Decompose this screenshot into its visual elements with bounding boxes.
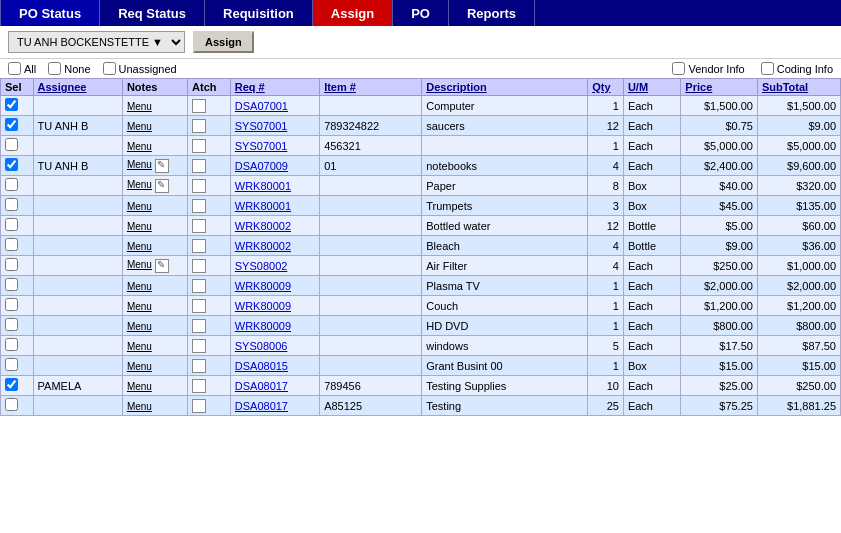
coding-info-checkbox[interactable] [761, 62, 774, 75]
attach-icon[interactable] [192, 299, 206, 313]
menu-link[interactable]: Menu [127, 301, 152, 312]
col-header-desc[interactable]: Description [422, 79, 588, 96]
col-header-atch: Atch [188, 79, 231, 96]
cell-subtotal: $9,600.00 [757, 156, 840, 176]
row-select-checkbox[interactable] [5, 378, 18, 391]
col-header-um[interactable]: U/M [623, 79, 680, 96]
req-link[interactable]: SYS08002 [235, 260, 288, 272]
filter-none-label[interactable]: None [48, 62, 90, 75]
req-link[interactable]: DSA07001 [235, 100, 288, 112]
row-select-checkbox[interactable] [5, 238, 18, 251]
req-link[interactable]: WRK80009 [235, 320, 291, 332]
menu-link[interactable]: Menu [127, 281, 152, 292]
filter-all-label[interactable]: All [8, 62, 36, 75]
edit-icon[interactable] [155, 259, 169, 273]
attach-icon[interactable] [192, 179, 206, 193]
menu-link[interactable]: Menu [127, 179, 152, 190]
menu-link[interactable]: Menu [127, 259, 152, 270]
req-link[interactable]: DSA08015 [235, 360, 288, 372]
attach-icon[interactable] [192, 99, 206, 113]
attach-icon[interactable] [192, 359, 206, 373]
attach-icon[interactable] [192, 399, 206, 413]
attach-icon[interactable] [192, 219, 206, 233]
attach-icon[interactable] [192, 379, 206, 393]
assignee-dropdown[interactable]: TU ANH BOCKENSTETTE ▼ [8, 31, 185, 53]
vendor-info-checkbox[interactable] [672, 62, 685, 75]
tab-requisition[interactable]: Requisition [205, 0, 313, 26]
cell-subtotal: $5,000.00 [757, 136, 840, 156]
row-select-checkbox[interactable] [5, 138, 18, 151]
menu-link[interactable]: Menu [127, 341, 152, 352]
attach-icon[interactable] [192, 199, 206, 213]
cell-attach [188, 396, 231, 416]
cell-subtotal: $60.00 [757, 216, 840, 236]
filter-unassigned-checkbox[interactable] [103, 62, 116, 75]
assign-button[interactable]: Assign [193, 31, 254, 53]
req-link[interactable]: DSA07009 [235, 160, 288, 172]
req-link[interactable]: WRK80002 [235, 240, 291, 252]
coding-info-label[interactable]: Coding Info [761, 62, 833, 75]
req-link[interactable]: WRK80009 [235, 280, 291, 292]
menu-link[interactable]: Menu [127, 401, 152, 412]
tab-req-status[interactable]: Req Status [100, 0, 205, 26]
row-select-checkbox[interactable] [5, 158, 18, 171]
attach-icon[interactable] [192, 159, 206, 173]
col-header-qty[interactable]: Qty [588, 79, 624, 96]
tab-po[interactable]: PO [393, 0, 449, 26]
tab-po-status[interactable]: PO Status [0, 0, 100, 26]
row-select-checkbox[interactable] [5, 318, 18, 331]
req-link[interactable]: SYS08006 [235, 340, 288, 352]
row-select-checkbox[interactable] [5, 118, 18, 131]
filter-none-checkbox[interactable] [48, 62, 61, 75]
attach-icon[interactable] [192, 279, 206, 293]
attach-icon[interactable] [192, 259, 206, 273]
req-link[interactable]: WRK80002 [235, 220, 291, 232]
row-select-checkbox[interactable] [5, 338, 18, 351]
edit-icon[interactable] [155, 179, 169, 193]
row-select-checkbox[interactable] [5, 98, 18, 111]
menu-link[interactable]: Menu [127, 381, 152, 392]
cell-item: A85125 [320, 396, 422, 416]
req-link[interactable]: DSA08017 [235, 400, 288, 412]
row-select-checkbox[interactable] [5, 198, 18, 211]
menu-link[interactable]: Menu [127, 121, 152, 132]
req-link[interactable]: SYS07001 [235, 140, 288, 152]
req-link[interactable]: SYS07001 [235, 120, 288, 132]
menu-link[interactable]: Menu [127, 321, 152, 332]
attach-icon[interactable] [192, 119, 206, 133]
req-link[interactable]: WRK80001 [235, 180, 291, 192]
menu-link[interactable]: Menu [127, 159, 152, 170]
menu-link[interactable]: Menu [127, 141, 152, 152]
col-header-assignee[interactable]: Assignee [33, 79, 122, 96]
row-select-checkbox[interactable] [5, 398, 18, 411]
tab-assign[interactable]: Assign [313, 0, 393, 26]
row-select-checkbox[interactable] [5, 178, 18, 191]
cell-attach [188, 356, 231, 376]
menu-link[interactable]: Menu [127, 221, 152, 232]
menu-link[interactable]: Menu [127, 361, 152, 372]
vendor-info-label[interactable]: Vendor Info [672, 62, 744, 75]
menu-link[interactable]: Menu [127, 101, 152, 112]
col-header-price[interactable]: Price [681, 79, 758, 96]
req-link[interactable]: WRK80001 [235, 200, 291, 212]
req-link[interactable]: DSA08017 [235, 380, 288, 392]
attach-icon[interactable] [192, 319, 206, 333]
attach-icon[interactable] [192, 139, 206, 153]
filter-all-checkbox[interactable] [8, 62, 21, 75]
row-select-checkbox[interactable] [5, 298, 18, 311]
row-select-checkbox[interactable] [5, 278, 18, 291]
col-header-req[interactable]: Req # [230, 79, 319, 96]
row-select-checkbox[interactable] [5, 218, 18, 231]
row-select-checkbox[interactable] [5, 358, 18, 371]
col-header-subtotal[interactable]: SubTotal [757, 79, 840, 96]
req-link[interactable]: WRK80009 [235, 300, 291, 312]
edit-icon[interactable] [155, 159, 169, 173]
filter-unassigned-label[interactable]: Unassigned [103, 62, 177, 75]
menu-link[interactable]: Menu [127, 201, 152, 212]
menu-link[interactable]: Menu [127, 241, 152, 252]
col-header-item[interactable]: Item # [320, 79, 422, 96]
attach-icon[interactable] [192, 239, 206, 253]
tab-reports[interactable]: Reports [449, 0, 535, 26]
attach-icon[interactable] [192, 339, 206, 353]
row-select-checkbox[interactable] [5, 258, 18, 271]
